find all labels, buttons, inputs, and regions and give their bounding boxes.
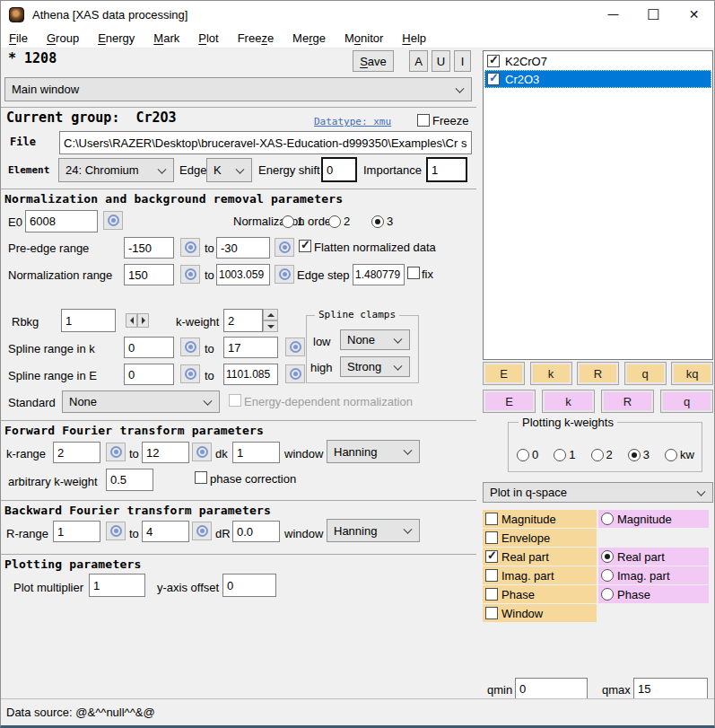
spline-e-to-input[interactable] <box>223 364 278 385</box>
spline-k-from-pluck-button[interactable] <box>180 338 200 356</box>
imag-part-radio[interactable] <box>601 569 614 582</box>
window-checkbox[interactable] <box>485 607 498 619</box>
magnitude-checkbox-row[interactable]: Magnitude <box>483 510 597 528</box>
group-checkbox[interactable] <box>487 73 500 85</box>
magnitude-checkbox[interactable] <box>485 513 498 525</box>
menu-mark[interactable]: Mark <box>152 31 181 46</box>
menu-energy[interactable]: Energy <box>96 31 136 46</box>
plot-E-orange-button[interactable]: E <box>483 362 525 385</box>
envelope-checkbox-row[interactable]: Envelope <box>483 529 597 547</box>
mark-all-button[interactable]: A <box>409 50 428 72</box>
fft-window-combo[interactable]: Hanning <box>327 440 420 463</box>
energy-shift-input[interactable] <box>321 157 357 182</box>
maximize-icon[interactable]: ☐ <box>633 1 674 28</box>
minimize-icon[interactable]: — <box>593 1 633 28</box>
spin-right-icon[interactable] <box>137 313 149 328</box>
norm-order-2-radio[interactable] <box>328 215 341 228</box>
phase-checkbox[interactable] <box>485 588 498 601</box>
e0-pluck-button[interactable] <box>103 211 123 230</box>
dk-input[interactable] <box>232 442 280 463</box>
clamp-low-combo[interactable]: None <box>340 329 410 350</box>
kweight-2-radio[interactable]: 2 <box>591 448 613 461</box>
imag-part-checkbox[interactable] <box>485 569 498 582</box>
plot-R-purple-button[interactable]: R <box>601 390 654 413</box>
preedge-from-input[interactable] <box>124 237 174 259</box>
spin-down-icon[interactable] <box>263 320 278 332</box>
rrange-to-input[interactable] <box>142 521 189 542</box>
element-combo[interactable]: 24: Chromium <box>58 158 174 182</box>
menu-group[interactable]: Group <box>45 31 81 46</box>
plot-q-purple-button[interactable]: q <box>660 390 713 413</box>
fix-checkbox[interactable] <box>407 267 420 279</box>
kweight-3-radio[interactable]: 3 <box>628 448 650 461</box>
imag-part-radio-row[interactable]: Imag. part <box>598 566 709 584</box>
menu-help[interactable]: Help <box>400 31 428 46</box>
norm-from-pluck-button[interactable] <box>180 265 200 284</box>
datatype-link[interactable]: Datatype: xmu <box>314 116 391 127</box>
krange-from-input[interactable] <box>53 442 100 463</box>
yaxis-offset-input[interactable] <box>222 574 276 597</box>
kweight-input[interactable] <box>223 309 263 332</box>
magnitude-radio[interactable] <box>601 513 614 525</box>
plot-kq-orange-button[interactable]: kq <box>671 362 713 385</box>
rrange-to-pluck-button[interactable] <box>192 522 212 540</box>
file-path-input[interactable] <box>59 131 472 154</box>
group-checkbox[interactable] <box>487 55 500 67</box>
magnitude-radio-row[interactable]: Magnitude <box>598 510 709 528</box>
plot-E-purple-button[interactable]: E <box>483 390 536 413</box>
envelope-checkbox[interactable] <box>485 531 498 544</box>
spline-k-to-input[interactable] <box>223 337 278 358</box>
norm-from-input[interactable] <box>124 264 174 285</box>
real-part-checkbox[interactable] <box>485 550 498 563</box>
qmax-input[interactable] <box>633 678 708 699</box>
preedge-to-input[interactable] <box>216 237 270 259</box>
clamp-high-combo[interactable]: Strong <box>340 356 410 377</box>
rrange-from-pluck-button[interactable] <box>106 522 126 540</box>
panel-selector-combo[interactable]: Main window <box>4 77 472 101</box>
real-part-radio[interactable] <box>601 550 614 563</box>
close-icon[interactable]: ✕ <box>674 1 714 28</box>
menu-plot[interactable]: Plot <box>196 31 220 46</box>
real-part-radio-row[interactable]: Real part <box>598 548 709 566</box>
flatten-checkbox[interactable] <box>299 240 311 252</box>
window-checkbox-row[interactable]: Window <box>483 604 597 622</box>
spin-left-icon[interactable] <box>126 313 137 328</box>
mark-invert-button[interactable]: I <box>454 50 471 72</box>
krange-from-pluck-button[interactable] <box>106 443 126 461</box>
rbkg-input[interactable] <box>61 309 116 332</box>
preedge-to-pluck-button[interactable] <box>275 238 294 257</box>
phase-radio[interactable] <box>601 588 614 601</box>
mark-none-button[interactable]: U <box>432 50 450 72</box>
kweight-1-radio[interactable]: 1 <box>554 448 575 461</box>
e0-input[interactable] <box>25 210 98 232</box>
phase-checkbox-row[interactable]: Phase <box>483 585 597 603</box>
preedge-from-pluck-button[interactable] <box>180 238 200 257</box>
importance-input[interactable] <box>426 157 467 182</box>
group-list-item[interactable]: K2CrO7 <box>484 52 711 70</box>
plot-multiplier-input[interactable] <box>89 574 145 597</box>
plot-R-orange-button[interactable]: R <box>577 362 619 385</box>
kweight-spinner[interactable] <box>263 309 278 332</box>
standard-combo[interactable]: None <box>62 390 220 413</box>
bft-window-combo[interactable]: Hanning <box>327 519 420 542</box>
menu-monitor[interactable]: Monitor <box>343 31 385 46</box>
qmin-input[interactable] <box>515 678 588 699</box>
krange-to-input[interactable] <box>142 442 189 463</box>
krange-to-pluck-button[interactable] <box>192 443 212 461</box>
plot-space-combo[interactable]: Plot in q-space <box>483 482 713 503</box>
plot-k-purple-button[interactable]: k <box>542 390 595 413</box>
spline-e-to-pluck-button[interactable] <box>285 364 305 383</box>
rrange-from-input[interactable] <box>53 521 100 542</box>
kweight-0-radio[interactable]: 0 <box>517 448 538 461</box>
menu-file[interactable]: File <box>7 31 30 46</box>
edge-step-input[interactable] <box>353 264 405 285</box>
norm-order-1-radio[interactable] <box>282 215 294 228</box>
edge-combo[interactable]: K <box>206 158 252 182</box>
spline-e-from-input[interactable] <box>124 364 174 385</box>
phase-radio-row[interactable]: Phase <box>598 585 709 603</box>
spline-k-from-input[interactable] <box>124 337 174 358</box>
real-part-checkbox-row[interactable]: Real part <box>483 548 597 566</box>
save-button[interactable]: Save <box>353 50 394 72</box>
dr-input[interactable] <box>232 521 280 542</box>
spin-up-icon[interactable] <box>263 309 278 320</box>
